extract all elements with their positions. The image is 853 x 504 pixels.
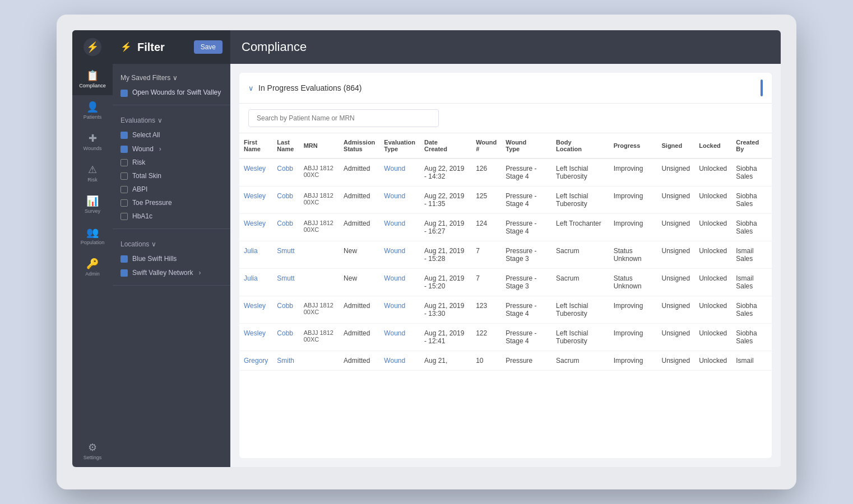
cell-mrn: ABJJ 1812 00XC xyxy=(299,214,339,241)
search-input[interactable] xyxy=(248,109,439,127)
wounds-icon: ✚ xyxy=(89,133,97,143)
col-first-name: FirstName xyxy=(239,133,272,158)
cell-evaluation-type[interactable]: Wound xyxy=(379,324,420,351)
lightning-icon: ⚡ xyxy=(84,38,101,56)
cell-last-name[interactable]: Cobb xyxy=(272,186,299,214)
cell-evaluation-type[interactable]: Wound xyxy=(379,158,420,186)
sidebar-item-survey[interactable]: 📊 Survey xyxy=(72,189,113,221)
saved-filter-open-wounds[interactable]: Open Wounds for Swift Valley xyxy=(120,86,222,99)
filter-hba1c[interactable]: HbA1c xyxy=(120,209,222,223)
cell-first-name[interactable]: Julia xyxy=(239,241,272,269)
cell-first-name[interactable]: Wesley xyxy=(239,296,272,324)
cell-locked: Unlocked xyxy=(694,324,731,351)
filter-select-all[interactable]: Select All xyxy=(120,128,222,142)
filter-risk[interactable]: Risk xyxy=(120,156,222,169)
select-all-checkbox[interactable] xyxy=(120,132,128,139)
table-row: Wesley Cobb ABJJ 1812 00XC Admitted Woun… xyxy=(239,186,772,214)
cell-wound-type: Pressure xyxy=(501,351,551,371)
filter-abpi[interactable]: ABPI xyxy=(120,183,222,196)
swift-valley-network-checkbox[interactable] xyxy=(120,269,128,277)
cell-mrn: ABJJ 1812 00XC xyxy=(299,158,339,186)
total-skin-checkbox[interactable] xyxy=(120,172,128,180)
col-date-created: DateCreated xyxy=(420,133,471,158)
population-icon: 👥 xyxy=(86,227,99,237)
wound-checkbox[interactable] xyxy=(120,146,128,153)
cell-last-name[interactable]: Cobb xyxy=(272,158,299,186)
save-filter-button[interactable]: Save xyxy=(194,40,222,54)
col-last-name: LastName xyxy=(272,133,299,158)
cell-wound-num: 7 xyxy=(471,269,501,296)
sidebar-item-compliance[interactable]: 📋 Compliance xyxy=(72,64,113,95)
cell-created-by: Siobha Sales xyxy=(731,296,772,324)
cell-locked: Unlocked xyxy=(694,296,731,324)
evaluations-section-title[interactable]: Evaluations ∨ xyxy=(120,111,222,128)
sidebar-item-settings[interactable]: ⚙ Settings xyxy=(72,436,113,467)
cell-created-by: Siobha Sales xyxy=(731,324,772,351)
icon-sidebar: ⚡ 📋 Compliance 👤 Patients ✚ Wounds ⚠ Ris… xyxy=(72,30,113,467)
toe-pressure-checkbox[interactable] xyxy=(120,199,128,207)
cell-created-by: Ismail Sales xyxy=(731,269,772,296)
survey-icon: 📊 xyxy=(86,196,99,206)
cell-body-location: Sacrum xyxy=(551,269,609,296)
cell-signed: Unsigned xyxy=(657,351,695,371)
hba1c-checkbox[interactable] xyxy=(120,213,128,220)
table-row: Wesley Cobb ABJJ 1812 00XC Admitted Woun… xyxy=(239,296,772,324)
saved-filters-toggle[interactable]: My Saved Filters ∨ xyxy=(120,69,222,86)
cell-body-location: Left Trochanter xyxy=(551,214,609,241)
saved-filter-checkbox[interactable] xyxy=(120,90,128,97)
cell-admission-status: Admitted xyxy=(339,186,379,214)
saved-filter-label: Open Wounds for Swift Valley xyxy=(132,88,221,96)
filter-swift-valley-network[interactable]: Swift Valley Network › xyxy=(120,265,222,279)
sidebar-item-patients[interactable]: 👤 Patients xyxy=(72,95,113,127)
cell-first-name[interactable]: Julia xyxy=(239,269,272,296)
cell-admission-status: Admitted xyxy=(339,296,379,324)
cell-evaluation-type[interactable]: Wound xyxy=(379,186,420,214)
cell-first-name[interactable]: Wesley xyxy=(239,158,272,186)
cell-evaluation-type[interactable]: Wound xyxy=(379,296,420,324)
cell-first-name[interactable]: Gregory xyxy=(239,351,272,371)
cell-progress: Status Unknown xyxy=(609,241,657,269)
cell-last-name[interactable]: Cobb xyxy=(272,214,299,241)
table-container: FirstName LastName MRN AdmissionStatus E… xyxy=(239,133,772,458)
cell-last-name[interactable]: Cobb xyxy=(272,296,299,324)
cell-locked: Unlocked xyxy=(694,214,731,241)
cell-last-name[interactable]: Smutt xyxy=(272,269,299,296)
cell-evaluation-type[interactable]: Wound xyxy=(379,269,420,296)
cell-last-name[interactable]: Smutt xyxy=(272,241,299,269)
filter-total-skin[interactable]: Total Skin xyxy=(120,169,222,183)
cell-evaluation-type[interactable]: Wound xyxy=(379,214,420,241)
population-label: Population xyxy=(81,240,105,245)
risk-checkbox[interactable] xyxy=(120,159,128,166)
blue-swift-hills-checkbox[interactable] xyxy=(120,255,128,263)
collapse-arrow-icon[interactable]: ∨ xyxy=(248,84,254,92)
sidebar-logo-area: ⚡ xyxy=(72,30,113,64)
cell-progress: Improving xyxy=(609,296,657,324)
saved-filters-section: My Saved Filters ∨ Open Wounds for Swift… xyxy=(113,64,230,105)
filter-toe-pressure[interactable]: Toe Pressure xyxy=(120,196,222,209)
cell-evaluation-type[interactable]: Wound xyxy=(379,241,420,269)
abpi-checkbox[interactable] xyxy=(120,186,128,193)
cell-last-name[interactable]: Smith xyxy=(272,351,299,371)
wounds-label: Wounds xyxy=(84,146,102,151)
col-admission-status: AdmissionStatus xyxy=(339,133,379,158)
cell-first-name[interactable]: Wesley xyxy=(239,186,272,214)
cell-date-created: Aug 21, 2019 - 15:20 xyxy=(420,269,471,296)
sidebar-item-risk[interactable]: ⚠ Risk xyxy=(72,158,113,189)
sidebar-item-wounds[interactable]: ✚ Wounds xyxy=(72,127,113,158)
cell-wound-num: 126 xyxy=(471,158,501,186)
evaluations-section: Evaluations ∨ Select All Wound › Ri xyxy=(113,105,230,229)
cell-evaluation-type[interactable]: Wound xyxy=(379,351,420,371)
cell-first-name[interactable]: Wesley xyxy=(239,324,272,351)
filter-wound[interactable]: Wound › xyxy=(120,142,222,156)
cell-wound-type: Pressure - Stage 4 xyxy=(501,186,551,214)
sidebar-item-population[interactable]: 👥 Population xyxy=(72,221,113,252)
cell-date-created: Aug 21, 2019 - 15:28 xyxy=(420,241,471,269)
sidebar-item-admin[interactable]: 🔑 Admin xyxy=(72,252,113,283)
right-indicator xyxy=(761,80,763,96)
locations-section-title[interactable]: Locations ∨ xyxy=(120,235,222,251)
cell-last-name[interactable]: Cobb xyxy=(272,324,299,351)
patients-icon: 👤 xyxy=(86,102,99,112)
cell-wound-num: 122 xyxy=(471,324,501,351)
filter-blue-swift-hills[interactable]: Blue Swift Hills xyxy=(120,251,222,265)
cell-first-name[interactable]: Wesley xyxy=(239,214,272,241)
